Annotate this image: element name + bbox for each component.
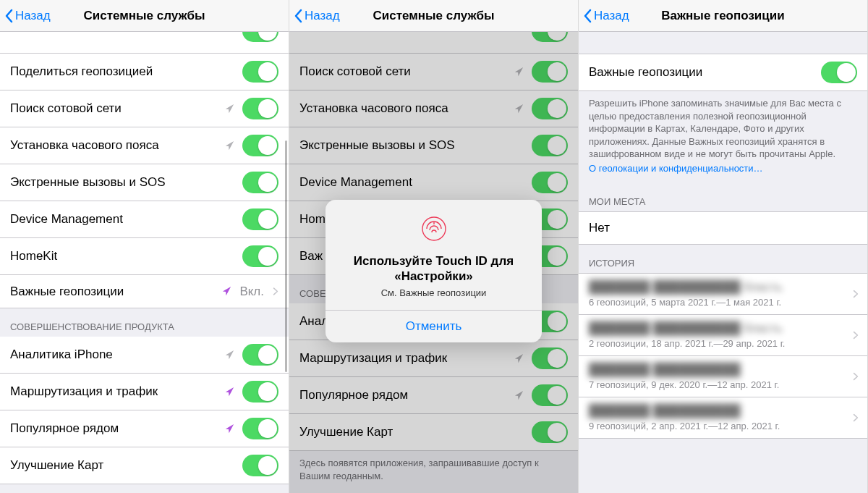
settings-row[interactable]: HomeKit (0, 238, 289, 275)
privacy-link[interactable]: О геолокации и конфиденциальности… (589, 162, 857, 175)
toggle-switch[interactable] (242, 172, 278, 193)
navbar: Назад Системные службы (289, 0, 578, 32)
cancel-button[interactable]: Отменить (326, 310, 542, 342)
chevron-right-icon (273, 287, 278, 296)
history-row[interactable]: ███████ ██████████ 7 геопозиций, 9 дек. … (579, 356, 867, 397)
toggle-switch[interactable] (242, 61, 278, 83)
section-header: ИСТОРИЯ (579, 245, 867, 273)
location-arrow-icon (514, 390, 524, 401)
history-row[interactable]: ███████ ██████████ бласть6 геопозиций, 5… (579, 274, 867, 315)
partial-row (289, 32, 578, 54)
navbar: Назад Важные геопозиции (579, 0, 867, 32)
row-label: Device Management (299, 175, 532, 190)
row-no-places: Нет (579, 211, 867, 245)
content: Поиск сотовой сетиУстановка часового поя… (289, 32, 578, 493)
settings-row[interactable]: Популярное рядом (289, 377, 578, 414)
settings-row[interactable]: Установка часового пояса (289, 90, 578, 127)
toggle-switch[interactable] (532, 61, 568, 83)
chevron-left-icon (4, 9, 13, 23)
settings-row[interactable]: Экстренные вызовы и SOS (289, 127, 578, 164)
toggle-switch[interactable] (532, 32, 568, 42)
settings-row[interactable]: Установка часового пояса (0, 127, 289, 164)
location-arrow-icon (224, 387, 235, 397)
settings-row[interactable]: Аналитика iPhone (0, 337, 289, 374)
navbar: Назад Системные службы (0, 0, 289, 32)
history-subtitle: 7 геопозиций, 9 дек. 2020 г.—12 апр. 202… (589, 379, 857, 390)
chevron-left-icon (294, 9, 302, 23)
panel-system-services-1: Назад Системные службы Поделиться геопоз… (0, 0, 289, 493)
location-arrow-icon (224, 350, 235, 361)
settings-row[interactable]: Поиск сотовой сети (0, 90, 289, 127)
panel-system-services-2: Назад Системные службы Поиск сотовой сет… (289, 0, 579, 493)
settings-row[interactable]: Экстренные вызовы и SOS (0, 164, 289, 201)
settings-row[interactable]: Улучшение Карт (0, 447, 289, 484)
settings-row[interactable]: Поделиться геопозицией (0, 54, 289, 90)
toggle-switch[interactable] (242, 245, 278, 267)
back-button[interactable]: Назад (579, 9, 629, 23)
location-arrow-icon (224, 424, 235, 434)
scrollbar[interactable] (285, 140, 287, 372)
description: Разрешить iPhone запоминать значимые для… (579, 91, 867, 183)
toggle-switch[interactable] (242, 455, 278, 476)
history-title: ███████ ██████████ бласть (589, 280, 857, 295)
location-arrow-icon (514, 67, 524, 77)
chevron-right-icon (853, 331, 859, 340)
back-label: Назад (15, 9, 51, 23)
settings-row[interactable]: Популярное рядом (0, 410, 289, 447)
content: Важные геопозиции Разрешить iPhone запом… (579, 32, 867, 493)
chevron-left-icon (583, 9, 592, 23)
settings-row[interactable]: Маршрутизация и трафик (289, 340, 578, 377)
chevron-right-icon (853, 413, 859, 423)
row-significant-locations[interactable]: Важные геопозиции Вкл. (0, 275, 289, 308)
touchid-alert: Используйте Touch ID для «Настройки» См.… (326, 200, 542, 342)
history-row[interactable]: ███████ ██████████ бласть2 геопозиции, 1… (579, 315, 867, 356)
row-label: Аналитика iPhone (10, 347, 224, 362)
toggle-switch[interactable] (532, 421, 568, 443)
row-label: Популярное рядом (299, 388, 514, 403)
back-button[interactable]: Назад (289, 9, 340, 23)
toggle-switch[interactable] (242, 344, 278, 366)
row-label: Маршрутизация и трафик (299, 351, 514, 366)
row-label: HomeKit (10, 249, 242, 264)
location-arrow-icon (224, 140, 235, 151)
row-label: Улучшение Карт (10, 458, 242, 473)
row-label: Важные геопозиции (589, 65, 821, 80)
row-label: Нет (589, 221, 857, 235)
location-arrow-icon (514, 104, 524, 114)
toggle-switch[interactable] (242, 418, 278, 439)
section-header: МОИ МЕСТА (579, 183, 867, 211)
settings-row[interactable]: Device Management (289, 164, 578, 201)
settings-row[interactable]: Улучшение Карт (289, 414, 578, 451)
footer-text: Здесь появятся приложения, запрашивавшие… (289, 451, 578, 488)
toggle-switch[interactable] (532, 347, 568, 369)
history-row[interactable]: ███████ ██████████ 9 геопозиций, 2 апр. … (579, 397, 867, 439)
row-significant-locations-toggle[interactable]: Важные геопозиции (579, 54, 867, 91)
toggle-switch[interactable] (242, 208, 278, 230)
toggle-switch[interactable] (242, 98, 278, 119)
toggle-switch[interactable] (242, 135, 278, 156)
settings-row[interactable]: Поиск сотовой сети (289, 54, 578, 90)
toggle-switch[interactable] (242, 32, 278, 42)
section-header: СОВЕРШЕНСТВОВАНИЕ ПРОДУКТА (0, 308, 289, 337)
chevron-right-icon (853, 372, 859, 382)
toggle-switch[interactable] (821, 62, 857, 83)
location-arrow-icon (224, 104, 235, 114)
toggle-switch[interactable] (532, 172, 568, 193)
row-label: Device Management (10, 212, 242, 227)
row-label: Маршрутизация и трафик (10, 384, 224, 399)
settings-row[interactable]: Маршрутизация и трафик (0, 374, 289, 410)
toggle-switch[interactable] (532, 98, 568, 119)
toggle-switch[interactable] (242, 381, 278, 403)
toggle-switch[interactable] (532, 135, 568, 156)
row-label: Поиск сотовой сети (10, 101, 224, 116)
row-label: Экстренные вызовы и SOS (10, 175, 242, 190)
row-label: Экстренные вызовы и SOS (299, 138, 532, 153)
alert-title: Используйте Touch ID для «Настройки» (337, 253, 530, 285)
settings-row[interactable]: Device Management (0, 201, 289, 238)
row-label: Важные геопозиции (10, 285, 221, 299)
row-label: Улучшение Карт (299, 425, 532, 439)
back-button[interactable]: Назад (0, 9, 51, 23)
row-label: Поиск сотовой сети (299, 64, 514, 79)
back-label: Назад (305, 9, 340, 23)
toggle-switch[interactable] (532, 384, 568, 406)
